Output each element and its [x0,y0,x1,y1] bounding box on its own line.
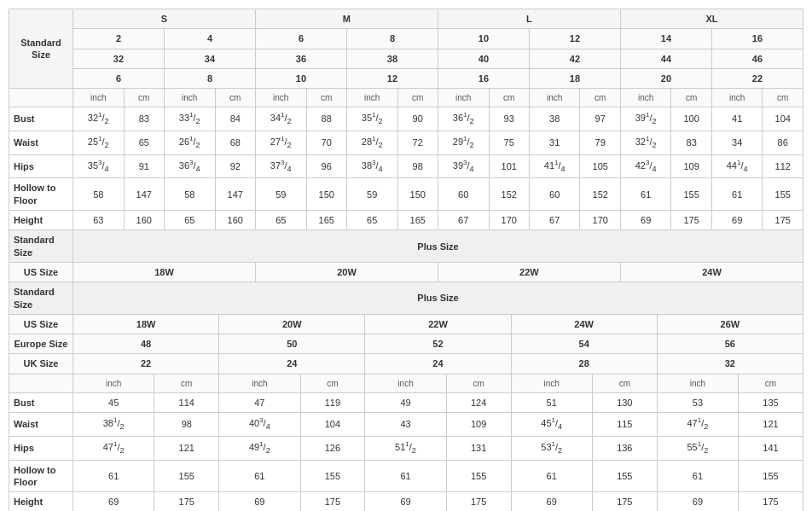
plus-bust-20w-inch: 47 [219,392,300,412]
unit-inch-3: inch [255,89,306,107]
plus-cm-1: cm [154,374,219,392]
eu-m1: 36 [255,49,346,68]
plus-hf-22w-inch: 61 [365,460,446,492]
plus-waist-18w-cm: 98 [154,413,219,437]
plus-cm-2: cm [300,374,365,392]
plus-bust-row: Bust 45 114 47 119 49 124 51 130 53 135 [9,392,803,412]
waist-row-standard: Waist 251/2 65 261/2 68 271/2 70 281/2 7… [9,131,803,154]
bust-xl1-cm: 100 [671,107,711,131]
unit-cm-5: cm [489,89,529,107]
hips-l2-inch: 411/4 [529,154,580,178]
plus-us-20w: 20W [219,314,365,334]
plus-waist-26w-cm: 121 [739,413,803,437]
plus-unit-row: inch cm inch cm inch cm inch cm inch cm [9,374,803,392]
bust-l1-inch: 361/2 [438,107,489,131]
eu-xl1: 44 [620,49,711,68]
plus-hips-24w-cm: 136 [592,436,657,460]
plus-us-24w: 24W [620,262,803,282]
uk-xl2: 22 [711,68,803,88]
unit-row-standard: inch cm inch cm inch cm inch cm inch cm … [9,89,803,107]
unit-cm-8: cm [763,89,803,107]
us-l1: 10 [438,29,529,49]
plus-ht-24w-inch: 69 [511,492,592,511]
ht-m1-inch: 65 [255,211,306,230]
hf-s2-cm: 147 [215,178,255,211]
standard-size-label: StandardSize [9,9,73,89]
plus-ht-18w-cm: 175 [154,492,219,511]
ht-s2-inch: 65 [164,211,215,230]
unit-inch-4: inch [346,89,397,107]
unit-inch-6: inch [529,89,580,107]
waist-l1-inch: 291/2 [438,131,489,154]
plus-waist-20w-inch: 403/4 [219,413,300,437]
ht-xl1-cm: 175 [671,211,711,230]
hips-m1-cm: 96 [306,154,346,178]
plus-bust-18w-cm: 114 [154,392,219,412]
plus-hips-label: Hips [9,436,73,460]
waist-xl2-inch: 34 [711,131,763,154]
plus-uk-28: 28 [511,354,657,374]
plus-hf-20w-cm: 155 [300,460,365,492]
bust-l2-cm: 97 [580,107,620,131]
waist-xl1-cm: 83 [671,131,711,154]
plus-ht-18w-inch: 69 [73,492,154,511]
unit-cm-7: cm [671,89,711,107]
plus-waist-24w-inch: 451/4 [511,413,592,437]
uk-s2: 8 [164,68,255,88]
height-row-standard: Height 63 160 65 160 65 165 65 165 67 17… [9,211,803,230]
hips-s1-inch: 353/4 [73,154,125,178]
plus-us-20w: 20W [255,262,438,282]
plus-empty [9,374,73,392]
uk-l2: 18 [529,68,620,88]
plus-hf-26w-cm: 155 [739,460,803,492]
ht-xl2-inch: 69 [711,211,763,230]
size-chart-table: StandardSize S M L XL 2 4 6 8 10 12 14 1… [9,9,803,282]
us-m1: 6 [255,29,346,49]
plus-cm-3: cm [446,374,511,392]
waist-s1-inch: 251/2 [73,131,125,154]
plus-inch-1: inch [73,374,154,392]
unit-inch-8: inch [711,89,763,107]
plus-bust-26w-cm: 135 [739,392,803,412]
unit-inch-7: inch [620,89,671,107]
us-s2: 4 [164,29,255,49]
bust-l2-inch: 38 [529,107,580,131]
unit-cm-3: cm [306,89,346,107]
hf-m2-cm: 150 [397,178,438,211]
waist-xl1-inch: 321/2 [620,131,671,154]
bust-xl2-cm: 104 [763,107,803,131]
plus-uk-22: 22 [73,354,219,374]
unit-cm-2: cm [215,89,255,107]
ht-s2-cm: 160 [215,211,255,230]
unit-cm-6: cm [580,89,620,107]
plus-ht-20w-cm: 175 [300,492,365,511]
plus-waist-22w-cm: 109 [446,413,511,437]
hips-xl1-cm: 109 [671,154,711,178]
ht-xl2-cm: 175 [763,211,803,230]
plus-hollow-floor-label: Hollow to Floor [9,460,73,492]
waist-s2-inch: 261/2 [164,131,215,154]
plus-inch-4: inch [511,374,592,392]
plus-hf-20w-inch: 61 [219,460,300,492]
hf-l2-cm: 152 [580,178,620,211]
plus-us-26w: 26W [657,314,803,334]
hips-m2-inch: 383/4 [346,154,397,178]
plus-hf-24w-cm: 155 [592,460,657,492]
plus-cm-4: cm [592,374,657,392]
plus-section-header: Standard Size Plus Size [9,230,803,263]
hips-row-standard: Hips 353/4 91 363/4 92 373/4 96 383/4 98… [9,154,803,178]
waist-l1-cm: 75 [489,131,529,154]
hf-s2-inch: 58 [164,178,215,211]
plus-header-row: Standard Size Plus Size [9,282,803,315]
us-size-label-plus: US Size [9,262,73,282]
plus-hips-18w-cm: 121 [154,436,219,460]
plus-hips-18w-inch: 471/2 [73,436,154,460]
hips-s2-inch: 363/4 [164,154,215,178]
uk-l1: 16 [438,68,529,88]
plus-uk-32: 32 [657,354,803,374]
plus-size-table: Standard Size Plus Size US Size 18W 20W … [9,282,803,511]
bust-s1-inch: 321/2 [73,107,125,131]
hips-s1-cm: 91 [124,154,164,178]
hips-xl2-cm: 112 [763,154,803,178]
waist-s2-cm: 68 [215,131,255,154]
